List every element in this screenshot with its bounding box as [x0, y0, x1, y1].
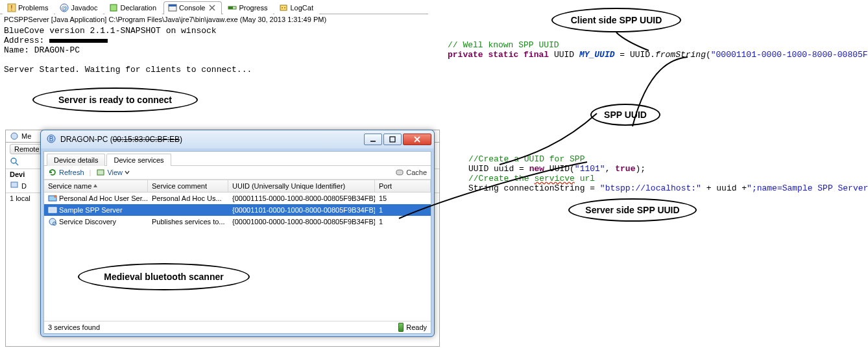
console-launch-header: PCSPPServer [Java Application] C:\Progra…: [0, 14, 428, 25]
svg-point-23: [49, 218, 56, 225]
window-title: DRAGON-PC (00:15:83:0C:BF:EB): [60, 135, 364, 144]
console-icon: [168, 3, 177, 12]
dialog-toolbar: Refresh | View Cache: [44, 166, 431, 180]
maximize-button[interactable]: [383, 134, 402, 145]
refresh-button[interactable]: Refresh: [48, 168, 84, 177]
titlebar[interactable]: B DRAGON-PC (00:15:83:0C:BF:EB): [41, 130, 434, 148]
col-port[interactable]: Port: [375, 180, 431, 192]
tab-device-services[interactable]: Device services: [106, 154, 171, 166]
svg-point-11: [284, 7, 285, 8]
svg-rect-18: [97, 170, 104, 175]
close-icon[interactable]: [208, 4, 216, 12]
tab-problems[interactable]: ! Problems: [3, 1, 54, 14]
view-icon: [10, 132, 19, 141]
chevron-down-icon: [125, 170, 130, 175]
tab-label: Progress: [239, 4, 267, 12]
redacted-text: [49, 39, 108, 43]
col-service-comment[interactable]: Service comment: [148, 180, 228, 192]
tab-console[interactable]: Console: [163, 1, 222, 14]
service-icon: [48, 205, 57, 215]
cache-button[interactable]: Cache: [395, 168, 427, 177]
callout-spp-uuid: SPP UUID: [590, 104, 660, 126]
tab-logcat[interactable]: LogCat: [274, 1, 319, 14]
status-ready: Ready: [406, 323, 427, 331]
callout-server-uuid: Server side SPP UUID: [568, 198, 697, 222]
search-icon[interactable]: [10, 157, 19, 167]
svg-rect-9: [280, 5, 287, 10]
callout-server-ready: Server is ready to connect: [32, 88, 198, 112]
table-row[interactable]: Personal Ad Hoc User Ser... Personal Ad …: [44, 192, 431, 204]
device-row[interactable]: D: [21, 182, 27, 190]
tab-device-details[interactable]: Device details: [47, 154, 105, 166]
svg-text:B: B: [49, 135, 54, 143]
device-services-dialog: B DRAGON-PC (00:15:83:0C:BF:EB) Device d…: [40, 130, 435, 337]
problems-icon: !: [7, 3, 16, 12]
progress-icon: [228, 3, 237, 12]
remote-tab[interactable]: Remote: [10, 144, 44, 154]
svg-rect-17: [390, 137, 395, 142]
svg-rect-8: [228, 6, 233, 9]
close-button[interactable]: [403, 134, 431, 145]
svg-point-21: [54, 195, 56, 198]
tab-label: Console: [179, 4, 205, 12]
tab-label: Javadoc: [71, 4, 97, 12]
eclipse-tabs: ! Problems @ Javadoc Declaration Console…: [0, 0, 428, 14]
minimize-button[interactable]: [364, 134, 382, 145]
table-header: Service name Service comment UUID (Unive…: [44, 180, 431, 192]
svg-rect-22: [49, 207, 56, 213]
svg-text:@: @: [62, 5, 67, 12]
dialog-tabs: Device details Device services: [44, 152, 431, 166]
device-icon: [10, 181, 19, 191]
tab-label: LogCat: [290, 4, 313, 12]
column-header: Devi: [10, 170, 25, 178]
view-title: Me: [21, 132, 31, 140]
status-count: 3 services found: [48, 323, 100, 331]
svg-rect-4: [110, 5, 117, 11]
tab-progress[interactable]: Progress: [223, 1, 273, 14]
battery-icon: [398, 323, 404, 332]
service-icon: [48, 194, 57, 203]
tab-label: Problems: [18, 4, 48, 12]
sort-asc-icon: [93, 183, 98, 189]
app-icon: B: [46, 134, 56, 145]
declaration-icon: [109, 3, 118, 12]
svg-text:!: !: [11, 5, 13, 12]
col-service-name[interactable]: Service name: [44, 180, 148, 192]
svg-point-13: [11, 158, 16, 163]
tab-label: Declaration: [120, 4, 156, 12]
code-server-snippet: //Create a UUID for SPP UUID uuid = new …: [468, 154, 868, 193]
code-client-snippet: // Well known SPP UUID private static fi…: [448, 40, 868, 60]
table-row[interactable]: Sample SPP Server {00001101-0000-1000-80…: [44, 204, 431, 216]
view-button[interactable]: View: [96, 168, 130, 177]
status-bar: 3 services found Ready: [44, 321, 431, 333]
tab-javadoc[interactable]: @ Javadoc: [55, 1, 103, 14]
logcat-icon: [279, 3, 288, 12]
svg-point-10: [282, 7, 283, 8]
tab-declaration[interactable]: Declaration: [104, 1, 162, 14]
svg-rect-14: [11, 182, 18, 187]
svg-point-12: [11, 133, 18, 139]
col-uuid[interactable]: UUID (Universally Unique Identifier): [228, 180, 375, 192]
table-row[interactable]: Service Discovery Publishes services to.…: [44, 216, 431, 228]
svg-rect-6: [169, 5, 176, 6]
service-icon: [48, 217, 57, 226]
javadoc-icon: @: [60, 3, 69, 12]
